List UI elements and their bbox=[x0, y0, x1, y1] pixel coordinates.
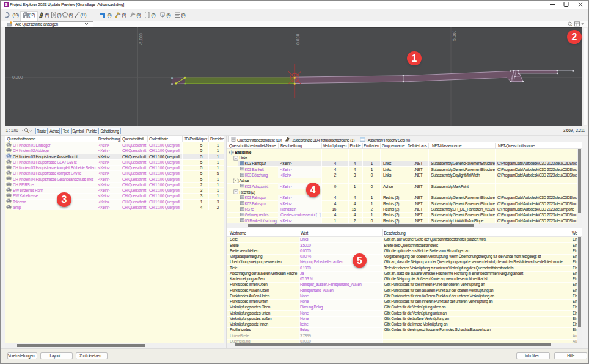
svg-text:-5.000: -5.000 bbox=[139, 33, 143, 45]
svg-text:5.000: 5.000 bbox=[452, 30, 456, 41]
svg-text:0.000: 0.000 bbox=[296, 34, 300, 45]
